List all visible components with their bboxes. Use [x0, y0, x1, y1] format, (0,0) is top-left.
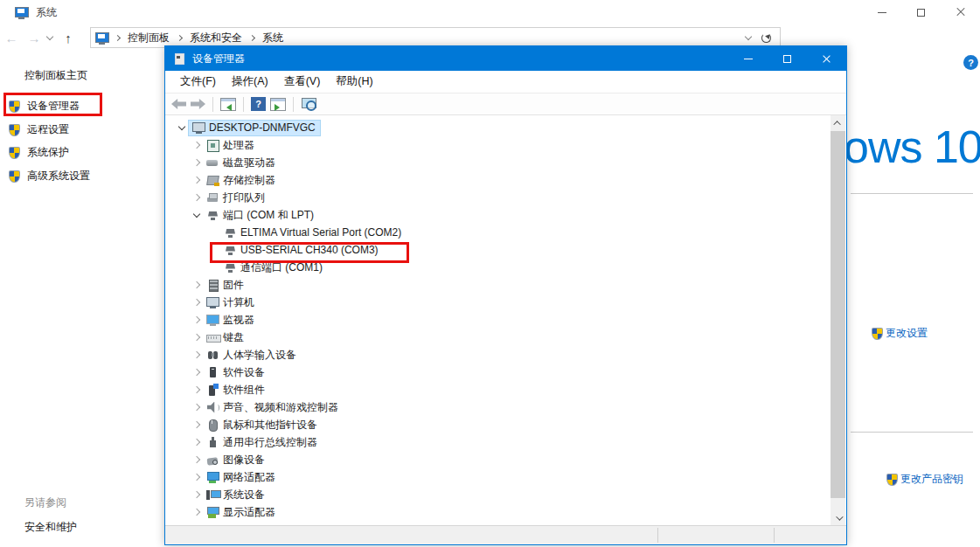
show-console-tree-icon[interactable]: [220, 98, 236, 111]
uac-shield-icon: [9, 147, 20, 159]
minimize-icon: [878, 12, 886, 13]
device-manager-app-icon: [173, 52, 187, 65]
tree-row-disk-drives[interactable]: 磁盘驱动器: [166, 154, 831, 171]
dm-minimize-button[interactable]: [728, 46, 768, 71]
chevron-right-icon[interactable]: [190, 156, 204, 170]
chevron-right-icon[interactable]: [190, 138, 204, 152]
tree-row-display-adapters[interactable]: 显示适配器: [166, 503, 831, 521]
chevron-right-icon[interactable]: [190, 453, 204, 467]
tree-row-keyboards[interactable]: 键盘: [166, 329, 831, 346]
address-dropdown-icon[interactable]: [745, 33, 752, 40]
chevron-right-icon[interactable]: [190, 400, 204, 414]
back-icon[interactable]: [171, 99, 186, 109]
close-icon: [956, 7, 966, 17]
chevron-right-icon[interactable]: [190, 418, 204, 432]
breadcrumb-system[interactable]: 系统: [261, 31, 285, 45]
chevron-right-icon[interactable]: [190, 173, 204, 187]
sidebar-item-security-maintenance[interactable]: 安全和维护: [24, 520, 77, 535]
sidebar-item-system-protection[interactable]: 系统保护: [9, 145, 69, 160]
system-app-icon: [14, 6, 29, 19]
chevron-right-icon[interactable]: [190, 330, 204, 344]
system-minimize-button[interactable]: [862, 0, 901, 24]
tree-row-storage-controllers[interactable]: 存储控制器: [166, 171, 831, 189]
menu-help[interactable]: 帮助(H): [328, 74, 380, 89]
help-icon[interactable]: ?: [251, 97, 266, 111]
menu-action[interactable]: 操作(A): [224, 74, 276, 89]
refresh-icon[interactable]: [761, 33, 771, 43]
scrollbar-thumb[interactable]: [831, 131, 845, 498]
device-tree: DESKTOP-DNMFVGC 处理器 磁盘驱动器 存储控制器 打印队列 端口 …: [166, 115, 831, 525]
dm-close-button[interactable]: [807, 46, 846, 71]
system-maximize-button[interactable]: [901, 0, 941, 24]
history-dropdown-icon[interactable]: [46, 33, 53, 40]
location-icon: [94, 31, 109, 45]
device-manager-titlebar[interactable]: 设备管理器: [165, 46, 846, 71]
tree-row-imaging-devices[interactable]: 图像设备: [166, 451, 831, 468]
chevron-down-icon[interactable]: [190, 208, 204, 222]
tree-row-software-components[interactable]: 软件组件: [166, 381, 831, 398]
system-window-title: 系统: [36, 5, 57, 20]
menu-view[interactable]: 查看(V): [276, 74, 329, 89]
annotation-box-device-manager: [3, 93, 102, 116]
chevron-right-icon[interactable]: [190, 190, 204, 204]
mouse-icon: [205, 419, 220, 432]
breadcrumb-system-security[interactable]: 系统和安全: [188, 31, 244, 45]
toolbar: ?: [165, 93, 846, 115]
sound-icon: [205, 401, 220, 414]
tree-row-print-queues[interactable]: 打印队列: [166, 189, 831, 206]
tree-row-hid-devices[interactable]: 人体学输入设备: [166, 346, 831, 364]
scrollbar-up-icon[interactable]: [831, 115, 845, 130]
computer-icon: [205, 296, 220, 309]
tree-row-ports[interactable]: 端口 (COM 和 LPT): [166, 206, 831, 224]
tree-row-processors[interactable]: 处理器: [166, 136, 831, 154]
tree-item-label: 软件设备: [223, 365, 265, 380]
system-close-button[interactable]: [941, 0, 980, 24]
tree-row-root[interactable]: DESKTOP-DNMFVGC: [166, 119, 831, 136]
change-settings-link[interactable]: 更改设置: [872, 326, 928, 341]
toolbar-separator: [293, 97, 294, 112]
dm-maximize-button[interactable]: [768, 46, 807, 71]
chevron-right-icon[interactable]: [190, 295, 204, 309]
chevron-right-icon[interactable]: [190, 470, 204, 484]
change-product-key-link[interactable]: 更改产品密钥: [886, 472, 963, 487]
forward-button[interactable]: →: [23, 31, 45, 45]
monitor-icon: [205, 314, 220, 327]
tree-row-sound-video-game[interactable]: 声音、视频和游戏控制器: [166, 398, 831, 416]
tree-row-network-adapters[interactable]: 网络适配器: [166, 468, 831, 486]
scrollbar-down-icon[interactable]: [831, 510, 845, 525]
tree-row-mice[interactable]: 鼠标和其他指针设备: [166, 416, 831, 433]
vertical-scrollbar[interactable]: [831, 115, 845, 525]
tree-row-usb-controllers[interactable]: 通用串行总线控制器: [166, 433, 831, 451]
tree-row-monitors[interactable]: 监视器: [166, 311, 831, 329]
up-button[interactable]: ↑: [58, 31, 79, 45]
menu-file[interactable]: 文件(F): [172, 74, 224, 89]
back-button[interactable]: ←: [0, 31, 23, 45]
chevron-right-icon[interactable]: [190, 488, 204, 502]
tree-item-label: 处理器: [223, 138, 254, 153]
chevron-right-icon[interactable]: [190, 348, 204, 362]
show-action-pane-icon[interactable]: [270, 98, 286, 111]
print-queue-icon: [205, 191, 220, 204]
chevron-right-icon[interactable]: [190, 435, 204, 449]
forward-icon[interactable]: [191, 99, 205, 109]
tree-row-eltima-com2[interactable]: ELTIMA Virtual Serial Port (COM2): [166, 224, 831, 241]
chevron-down-icon[interactable]: [175, 121, 189, 135]
sidebar: 控制面板主页 设备管理器 远程设置 系统保护 高级系统设置 另请参阅 安全和维护: [0, 51, 163, 547]
tree-row-system-devices[interactable]: 系统设备: [166, 486, 831, 503]
help-button[interactable]: ?: [963, 55, 978, 70]
sidebar-item-remote-settings[interactable]: 远程设置: [9, 122, 69, 137]
sidebar-item-control-panel-home[interactable]: 控制面板主页: [24, 68, 87, 83]
tree-item-label: 计算机: [223, 295, 254, 310]
tree-row-software-devices[interactable]: 软件设备: [166, 364, 831, 381]
tree-row-computer[interactable]: 计算机: [166, 294, 831, 311]
chevron-right-icon[interactable]: [190, 278, 204, 292]
sidebar-item-advanced-system-settings[interactable]: 高级系统设置: [9, 169, 90, 183]
tree-item-label: 软件组件: [223, 383, 265, 398]
chevron-right-icon[interactable]: [190, 365, 204, 379]
scan-hardware-changes-icon[interactable]: [301, 97, 317, 111]
chevron-right-icon[interactable]: [190, 505, 204, 519]
breadcrumb-control-panel[interactable]: 控制面板: [126, 31, 171, 45]
chevron-right-icon[interactable]: [190, 313, 204, 327]
chevron-right-icon[interactable]: [190, 383, 204, 397]
tree-row-firmware[interactable]: 固件: [166, 276, 831, 294]
